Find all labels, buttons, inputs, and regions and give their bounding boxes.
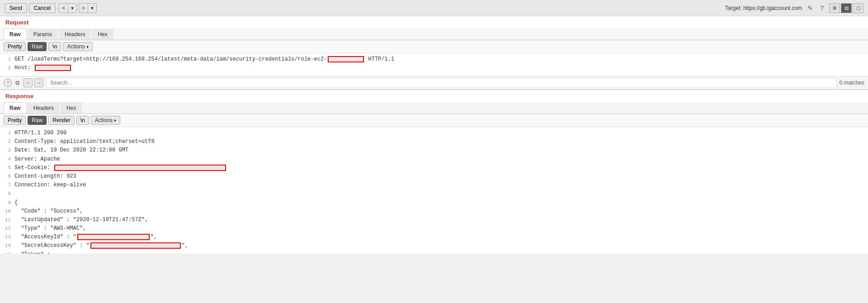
split-view-button[interactable]: ▥ — [841, 3, 852, 13]
response-section: Response Raw Headers Hex Pretty Raw Rend… — [0, 90, 868, 254]
resp-lnum-12: 12 — [4, 224, 11, 233]
request-tab-params[interactable]: Params — [28, 28, 58, 40]
request-line-2: 2 Host: — [4, 64, 864, 72]
search-input[interactable] — [46, 78, 837, 88]
resp-lnum-4: 4 — [4, 155, 11, 164]
resp-lnum-15: 15 — [4, 251, 11, 254]
response-line-9: 9 { — [4, 199, 864, 207]
resp-code-8 — [14, 189, 864, 198]
response-line-10: 10 "Code" : "Success", — [4, 207, 864, 216]
response-line-15: 15 "Token" : — [4, 251, 864, 254]
resp-lnum-1: 1 — [4, 129, 11, 137]
response-newline-button[interactable]: \n — [76, 116, 89, 125]
response-actions-dropdown[interactable]: Actions ▾ — [91, 116, 120, 125]
top-toolbar: Send Cancel < ▾ > ▾ Target: https://gb.l… — [0, 0, 868, 16]
response-pretty-button[interactable]: Pretty — [4, 116, 26, 125]
resp-lnum-10: 10 — [4, 207, 11, 216]
resp-lnum-14: 14 — [4, 241, 11, 250]
resp-code-1: HTTP/1.1 200 200 — [14, 129, 864, 137]
response-tab-hex[interactable]: Hex — [61, 102, 82, 114]
request-actions-dropdown[interactable]: Actions ▾ — [63, 42, 92, 51]
resp-code-11: "LastUpdated" : "2020-12-19T21:47:57Z", — [14, 216, 864, 224]
nav-next-button[interactable]: > — [79, 3, 88, 13]
send-button[interactable]: Send — [5, 3, 27, 13]
response-raw-button[interactable]: Raw — [28, 116, 47, 125]
nav-prev-button[interactable]: < — [59, 3, 68, 13]
response-section-label: Response — [0, 90, 868, 102]
resp-code-6: Content-Length: 923 — [14, 172, 864, 181]
response-cookie-redact — [54, 165, 226, 171]
response-line-6: 6 Content-Length: 923 — [4, 172, 864, 181]
search-prev-button[interactable]: ← — [24, 78, 33, 87]
nav-prev-dropdown[interactable]: ▾ — [68, 3, 77, 13]
line-num-2: 2 — [4, 64, 11, 72]
response-line-5: 5 Set-Cookie: — [4, 164, 864, 172]
resp-code-2: Content-Type: application/text;charset=u… — [14, 137, 864, 146]
request-redact-2 — [35, 65, 71, 71]
resp-lnum-13: 13 — [4, 233, 11, 241]
response-line-4: 4 Server: Apache — [4, 155, 864, 164]
grid-view-button[interactable]: ⊞ — [829, 3, 840, 13]
resp-code-5: Set-Cookie: — [14, 164, 864, 172]
view-toggle: ⊞ ▥ ▢ — [829, 3, 863, 13]
line-num-1: 1 — [4, 55, 11, 64]
resp-lnum-7: 7 — [4, 181, 11, 189]
settings-icon[interactable]: ⚙ — [14, 79, 22, 87]
request-code-line-1-content: GET /loadTerms?target=http://169.254.169… — [14, 55, 864, 64]
request-pretty-button[interactable]: Pretty — [4, 42, 26, 51]
search-icons: ? ⚙ ← → — [4, 78, 43, 87]
resp-lnum-8: 8 — [4, 189, 11, 198]
response-line-11: 11 "LastUpdated" : "2020-12-19T21:47:57Z… — [4, 216, 864, 224]
response-render-button[interactable]: Render — [48, 116, 74, 125]
request-raw-button[interactable]: Raw — [28, 42, 47, 51]
resp-code-15: "Token" : — [14, 251, 864, 254]
request-inner-toolbar: Pretty Raw \n Actions ▾ — [0, 40, 868, 53]
cancel-button[interactable]: Cancel — [29, 3, 56, 13]
resp-code-12: "Type" : "AWS-HMAC", — [14, 224, 864, 233]
search-next-button[interactable]: → — [34, 78, 43, 87]
search-bar: ? ⚙ ← → 0 matches — [0, 76, 868, 90]
response-code-wrapper: 1 HTTP/1.1 200 200 2 Content-Type: appli… — [0, 127, 868, 254]
full-view-button[interactable]: ▢ — [853, 3, 863, 13]
response-accesskey-redact — [77, 234, 150, 240]
resp-code-9: { — [14, 199, 864, 207]
help-button[interactable]: ? — [818, 4, 826, 13]
request-code-wrapper: 1 GET /loadTerms?target=http://169.254.1… — [0, 53, 868, 76]
request-newline-button[interactable]: \n — [48, 42, 61, 51]
edit-target-button[interactable]: ✎ — [806, 4, 815, 13]
request-tab-hex[interactable]: Hex — [92, 28, 113, 40]
resp-lnum-3: 3 — [4, 146, 11, 155]
response-actions-arrow: ▾ — [114, 118, 116, 123]
resp-lnum-2: 2 — [4, 137, 11, 146]
request-line-1: 1 GET /loadTerms?target=http://169.254.1… — [4, 55, 864, 64]
nav-next-group: > ▾ — [79, 3, 97, 13]
response-tab-headers[interactable]: Headers — [28, 102, 60, 114]
request-redact-1 — [328, 56, 364, 62]
response-line-14: 14 "SecretAccessKey" : "", — [4, 241, 864, 250]
request-actions-arrow: ▾ — [86, 44, 89, 49]
response-line-13: 13 "AccessKeyId" : "", — [4, 233, 864, 241]
nav-prev-group: < ▾ — [59, 3, 77, 13]
request-code-area: 1 GET /loadTerms?target=http://169.254.1… — [0, 53, 868, 76]
response-tab-raw[interactable]: Raw — [4, 102, 27, 114]
resp-code-14: "SecretAccessKey" : "", — [14, 241, 864, 250]
response-actions-label: Actions — [95, 117, 113, 123]
nav-next-dropdown[interactable]: ▾ — [88, 3, 97, 13]
request-section: Request Raw Params Headers Hex Pretty Ra… — [0, 16, 868, 90]
resp-code-13: "AccessKeyId" : "", — [14, 233, 864, 241]
request-tab-headers[interactable]: Headers — [59, 28, 91, 40]
target-area: Target: https://gb.lgaccount.com ✎ ? ⊞ ▥… — [725, 3, 863, 13]
matches-label: 0 matches — [840, 80, 864, 86]
response-line-2: 2 Content-Type: application/text;charset… — [4, 137, 864, 146]
response-code-area: 1 HTTP/1.1 200 200 2 Content-Type: appli… — [0, 127, 868, 254]
response-inner-toolbar: Pretty Raw Render \n Actions ▾ — [0, 114, 868, 127]
request-tab-raw[interactable]: Raw — [4, 28, 27, 40]
response-secretkey-redact — [90, 242, 181, 249]
response-tab-bar: Raw Headers Hex — [0, 102, 868, 114]
resp-code-10: "Code" : "Success", — [14, 207, 864, 216]
response-line-12: 12 "Type" : "AWS-HMAC", — [4, 224, 864, 233]
help-circle-icon[interactable]: ? — [4, 79, 12, 87]
response-line-1: 1 HTTP/1.1 200 200 — [4, 129, 864, 137]
resp-lnum-11: 11 — [4, 216, 11, 224]
response-line-8: 8 — [4, 189, 864, 198]
